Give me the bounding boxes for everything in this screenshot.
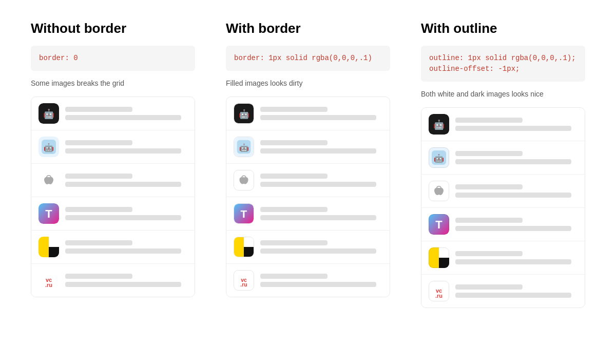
text-line-secondary bbox=[260, 215, 376, 220]
dark-robot-icon: 🤖 bbox=[429, 114, 449, 135]
text-line-secondary bbox=[260, 115, 376, 120]
text-line-primary bbox=[455, 118, 523, 123]
svg-text:T: T bbox=[45, 207, 52, 220]
column-no-border: Without borderborder: 0Some images break… bbox=[31, 21, 195, 314]
text-line-primary bbox=[260, 274, 328, 279]
colorful-robot-icon: 🤖 bbox=[429, 147, 449, 168]
text-line-primary bbox=[65, 107, 132, 112]
colorful-t-icon: T bbox=[234, 203, 254, 224]
svg-text:.ru: .ru bbox=[45, 282, 52, 288]
list-item bbox=[421, 175, 585, 208]
with-border-list: 🤖 🤖 T vc .ru bbox=[226, 97, 390, 297]
text-lines bbox=[455, 184, 578, 198]
yellow-black-icon bbox=[429, 247, 449, 268]
with-border-title: With border bbox=[226, 21, 390, 36]
text-line-secondary bbox=[260, 282, 376, 287]
text-line-secondary bbox=[65, 182, 181, 187]
text-line-primary bbox=[65, 140, 132, 145]
text-lines bbox=[455, 284, 578, 298]
yellow-black-icon bbox=[234, 237, 254, 257]
text-lines bbox=[455, 151, 578, 164]
svg-text:.ru: .ru bbox=[435, 293, 442, 299]
list-item: T bbox=[226, 197, 390, 231]
text-line-secondary bbox=[65, 282, 181, 287]
text-line-secondary bbox=[455, 126, 571, 131]
text-line-primary bbox=[260, 207, 328, 212]
with-border-code: border: 1px solid rgba(0,0,0,.1) bbox=[226, 46, 390, 71]
text-lines bbox=[65, 240, 187, 254]
svg-text:T: T bbox=[435, 218, 442, 231]
svg-text:🤖: 🤖 bbox=[434, 154, 444, 163]
svg-rect-10 bbox=[49, 247, 59, 257]
column-with-outline: With outlineoutline: 1px solid rgba(0,0,… bbox=[421, 21, 585, 314]
text-lines bbox=[455, 218, 578, 231]
svg-rect-9 bbox=[38, 237, 49, 257]
svg-text:🤖: 🤖 bbox=[239, 109, 250, 120]
text-lines bbox=[260, 174, 382, 187]
text-line-secondary bbox=[455, 226, 571, 231]
text-lines bbox=[260, 140, 382, 154]
text-lines bbox=[260, 240, 382, 254]
list-item bbox=[421, 241, 585, 275]
list-item: T bbox=[421, 208, 585, 241]
text-line-secondary bbox=[65, 115, 181, 120]
list-item: 🤖 bbox=[31, 97, 195, 130]
text-lines bbox=[455, 118, 578, 131]
white-apple-icon bbox=[38, 170, 59, 190]
list-item: T bbox=[31, 197, 195, 231]
no-border-code: border: 0 bbox=[31, 46, 195, 71]
text-line-primary bbox=[260, 174, 328, 179]
no-border-title: Without border bbox=[31, 21, 195, 36]
with-outline-code: outline: 1px solid rgba(0,0,0,.1); outli… bbox=[421, 46, 585, 82]
list-item bbox=[31, 164, 195, 197]
dark-robot-icon: 🤖 bbox=[38, 103, 59, 124]
svg-text:T: T bbox=[241, 208, 247, 220]
text-line-primary bbox=[65, 240, 132, 245]
text-line-primary bbox=[260, 107, 328, 112]
text-lines bbox=[65, 174, 187, 187]
main-columns: Without borderborder: 0Some images break… bbox=[31, 21, 585, 314]
white-apple-icon bbox=[234, 170, 254, 190]
text-line-secondary bbox=[260, 182, 376, 187]
column-with-border: With borderborder: 1px solid rgba(0,0,0,… bbox=[226, 21, 390, 314]
colorful-t-icon: T bbox=[429, 214, 449, 235]
text-line-primary bbox=[455, 218, 523, 223]
text-lines bbox=[65, 207, 187, 220]
text-line-primary bbox=[260, 140, 328, 145]
text-line-secondary bbox=[455, 193, 571, 198]
svg-text:🤖: 🤖 bbox=[43, 108, 55, 120]
text-line-primary bbox=[65, 207, 132, 212]
svg-text:.ru: .ru bbox=[240, 282, 247, 288]
list-item: 🤖 bbox=[421, 141, 585, 175]
vcru-icon: vc .ru bbox=[38, 270, 59, 291]
svg-rect-38 bbox=[439, 258, 449, 268]
svg-text:🤖: 🤖 bbox=[433, 119, 445, 130]
text-line-primary bbox=[455, 284, 523, 290]
colorful-t-icon: T bbox=[38, 203, 59, 224]
text-line-secondary bbox=[65, 215, 181, 220]
colorful-robot-icon: 🤖 bbox=[38, 137, 59, 157]
text-line-secondary bbox=[65, 148, 181, 154]
text-line-primary bbox=[455, 251, 523, 256]
svg-rect-37 bbox=[429, 247, 439, 268]
text-line-secondary bbox=[455, 293, 571, 298]
vcru-icon: vc .ru bbox=[234, 270, 254, 291]
svg-text:🤖: 🤖 bbox=[239, 143, 249, 152]
text-line-secondary bbox=[65, 248, 181, 254]
list-item bbox=[31, 231, 195, 264]
with-outline-title: With outline bbox=[421, 21, 585, 36]
with-outline-list: 🤖 🤖 T vc .ru bbox=[421, 107, 585, 308]
list-item bbox=[226, 231, 390, 264]
list-item: vc .ru bbox=[421, 275, 585, 308]
list-item: 🤖 bbox=[226, 97, 390, 130]
dark-robot-icon: 🤖 bbox=[234, 103, 254, 124]
colorful-robot-icon: 🤖 bbox=[234, 137, 254, 157]
text-line-secondary bbox=[455, 259, 571, 264]
text-lines bbox=[65, 140, 187, 154]
svg-rect-23 bbox=[234, 237, 244, 257]
text-line-secondary bbox=[455, 159, 571, 164]
svg-text:🤖: 🤖 bbox=[44, 143, 54, 152]
text-lines bbox=[65, 107, 187, 120]
yellow-black-icon bbox=[38, 237, 59, 257]
text-line-primary bbox=[455, 151, 523, 156]
